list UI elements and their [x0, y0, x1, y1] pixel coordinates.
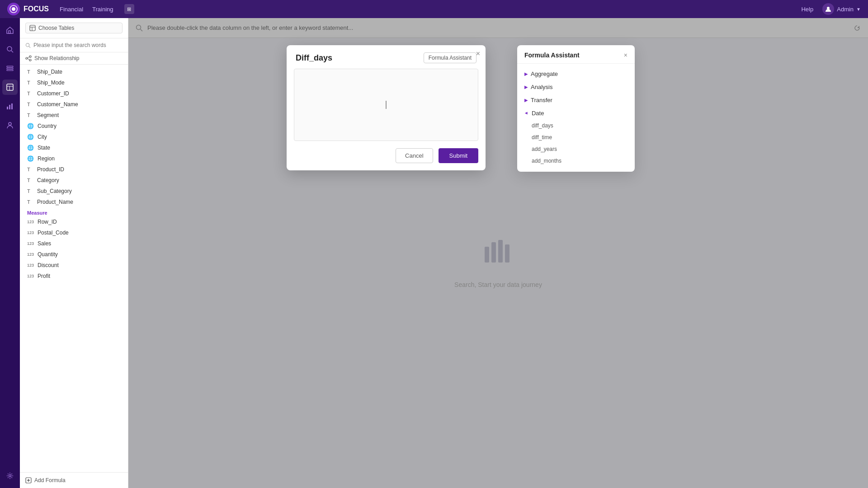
svg-point-4	[7, 47, 12, 51]
sidebar-icon-search[interactable]	[2, 42, 18, 57]
list-item[interactable]: 🌐 City	[20, 131, 128, 142]
item-label: Sub_Category	[37, 188, 72, 194]
user-menu[interactable]: Admin ▼	[822, 3, 861, 15]
svg-point-15	[9, 122, 11, 125]
item-label: Product_Name	[37, 199, 73, 205]
item-label: Region	[38, 155, 55, 162]
list-item[interactable]: T Category	[20, 175, 128, 186]
cancel-button[interactable]: Cancel	[396, 148, 433, 163]
sidebar-icon-data[interactable]	[2, 61, 18, 76]
category-date[interactable]: ▼ Date	[517, 107, 635, 120]
formula-item-add-months[interactable]: add_months	[517, 155, 635, 167]
add-formula-button[interactable]: Add Formula	[25, 477, 123, 483]
category-label: Analysis	[531, 84, 552, 90]
type-icon-text: T	[27, 178, 33, 183]
list-item[interactable]: 🌐 State	[20, 142, 128, 153]
list-item[interactable]: T Product_ID	[20, 164, 128, 175]
nav-menu: Financial Training	[60, 4, 113, 14]
list-item[interactable]: 123 Discount	[20, 260, 128, 271]
item-label: Quantity	[38, 251, 58, 258]
formula-category-list: ▶ Aggregate ▶ Analysis ▶ Transfer ▼ Date	[517, 64, 635, 170]
svg-rect-8	[7, 70, 13, 71]
sidebar-search-input[interactable]	[33, 42, 123, 48]
type-icon-text: T	[27, 102, 33, 107]
svg-rect-9	[7, 84, 13, 90]
add-formula-label: Add Formula	[34, 477, 66, 483]
svg-point-24	[29, 59, 31, 61]
submit-button[interactable]: Submit	[439, 148, 478, 163]
help-link[interactable]: Help	[801, 6, 813, 13]
show-relationship-label: Show Relationship	[34, 55, 79, 61]
type-icon-num: 123	[27, 252, 34, 257]
category-aggregate[interactable]: ▶ Aggregate	[517, 67, 635, 80]
formula-item-add-years[interactable]: add_years	[517, 143, 635, 155]
list-item[interactable]: T Customer_ID	[20, 88, 128, 99]
data-sidebar: Choose Tables Show Relationship T Sh	[20, 18, 128, 488]
sidebar-icon-chart[interactable]	[2, 99, 18, 114]
type-icon-text: T	[27, 188, 33, 194]
show-relationship-btn[interactable]: Show Relationship	[20, 52, 128, 65]
type-icon-num: 123	[27, 263, 34, 267]
sidebar-icon-people[interactable]	[2, 117, 18, 133]
sidebar-search-icon	[25, 42, 31, 48]
svg-point-16	[9, 475, 11, 477]
main-layout: Choose Tables Show Relationship T Sh	[0, 18, 868, 488]
sidebar-icon-home[interactable]	[2, 23, 18, 38]
nav-financial[interactable]: Financial	[60, 4, 83, 14]
modal-overlay: Diff_days Formula Assistant × Cancel Sub…	[128, 18, 868, 488]
navbar-right: Help Admin ▼	[801, 3, 861, 15]
type-icon-num: 123	[27, 230, 34, 235]
list-item[interactable]: 🌐 Country	[20, 121, 128, 131]
list-item[interactable]: T Customer_Name	[20, 99, 128, 110]
user-avatar	[822, 3, 834, 15]
list-item[interactable]: 123 Quantity	[20, 249, 128, 260]
list-item[interactable]: 123 Row_ID	[20, 216, 128, 227]
category-transfer[interactable]: ▶ Transfer	[517, 94, 635, 107]
type-icon-text: T	[27, 199, 33, 205]
svg-rect-7	[7, 68, 13, 69]
item-label: Segment	[37, 112, 59, 118]
type-icon-text: T	[27, 69, 33, 75]
list-item[interactable]: 🌐 Region	[20, 153, 128, 164]
formula-editor[interactable]	[294, 69, 478, 141]
item-label: City	[38, 134, 47, 140]
nav-training[interactable]: Training	[92, 4, 113, 14]
sidebar-icon-table[interactable]	[2, 80, 18, 95]
svg-line-5	[11, 51, 13, 52]
user-chevron: ▼	[856, 7, 861, 12]
type-icon-num: 123	[27, 274, 34, 278]
category-label: Date	[532, 110, 544, 117]
list-item[interactable]: 123 Profit	[20, 271, 128, 282]
formula-item-diff-time[interactable]: diff_time	[517, 131, 635, 143]
tab-icon[interactable]: ⊞	[124, 4, 134, 14]
sidebar-icon-settings[interactable]	[2, 468, 18, 483]
list-item[interactable]: T Ship_Date	[20, 66, 128, 77]
formula-assistant-button[interactable]: Formula Assistant	[424, 52, 476, 63]
svg-rect-12	[7, 107, 8, 109]
arrow-expanded-icon: ▼	[524, 111, 529, 116]
formula-panel-close-button[interactable]: ×	[624, 52, 627, 59]
item-label: Row_ID	[38, 219, 57, 225]
category-analysis[interactable]: ▶ Analysis	[517, 80, 635, 94]
svg-rect-6	[7, 66, 13, 67]
navbar: FOCUS Financial Training ⊞ Help Admin ▼	[0, 0, 868, 18]
list-item[interactable]: T Product_Name	[20, 197, 128, 207]
sidebar-header: Choose Tables	[20, 18, 128, 38]
formula-item-label: add_months	[532, 158, 561, 164]
type-icon-num: 123	[27, 241, 34, 246]
list-item[interactable]: 123 Sales	[20, 238, 128, 249]
choose-tables-button[interactable]: Choose Tables	[25, 23, 123, 33]
app-logo[interactable]: FOCUS	[7, 3, 49, 15]
formula-item-diff-days[interactable]: diff_days	[517, 120, 635, 131]
diff-modal-close-button[interactable]: ×	[476, 50, 480, 58]
list-item[interactable]: T Ship_Mode	[20, 77, 128, 88]
diff-modal-title: Diff_days	[296, 53, 332, 63]
arrow-icon: ▶	[524, 98, 528, 103]
list-item[interactable]: T Segment	[20, 110, 128, 121]
svg-point-22	[26, 57, 28, 59]
category-label: Transfer	[531, 97, 552, 103]
list-item[interactable]: T Sub_Category	[20, 186, 128, 197]
type-icon-globe: 🌐	[27, 134, 34, 140]
list-item[interactable]: 123 Postal_Code	[20, 227, 128, 238]
content-area: Search, Start your data journey Diff_day…	[128, 18, 868, 488]
